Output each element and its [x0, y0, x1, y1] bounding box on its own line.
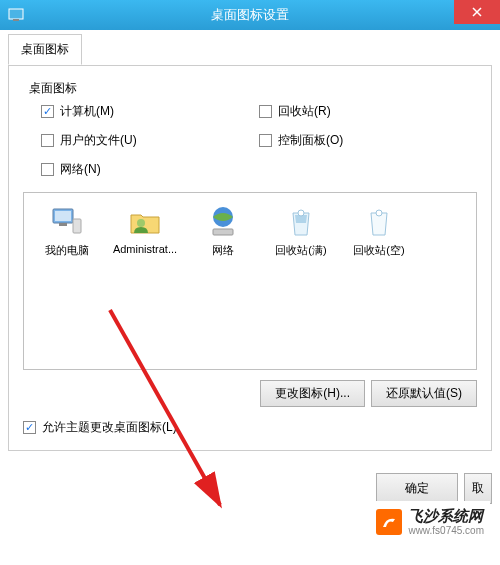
- tab-strip: 桌面图标: [8, 34, 492, 66]
- svg-rect-8: [213, 229, 233, 235]
- icon-item-recycle-empty[interactable]: 回收站(空): [342, 203, 416, 258]
- checkbox-icon: [41, 163, 54, 176]
- watermark-url: www.fs0745.com: [408, 525, 484, 537]
- svg-point-6: [137, 219, 145, 227]
- user-folder-icon: [127, 203, 163, 239]
- tab-desktop-icons[interactable]: 桌面图标: [8, 34, 82, 65]
- checkbox-icon: [23, 421, 36, 434]
- icon-item-recycle-full[interactable]: 回收站(满): [264, 203, 338, 258]
- network-icon: [205, 203, 241, 239]
- icon-item-admin[interactable]: Administrat...: [108, 203, 182, 255]
- icon-caption: 网络: [186, 243, 260, 258]
- checkbox-icon: [259, 105, 272, 118]
- checkbox-recycle[interactable]: 回收站(R): [259, 103, 477, 120]
- svg-rect-0: [9, 9, 23, 19]
- window-title: 桌面图标设置: [211, 6, 289, 24]
- checkbox-label: 回收站(R): [278, 103, 331, 120]
- group-label: 桌面图标: [29, 80, 477, 97]
- watermark-text: 飞沙系统网 www.fs0745.com: [408, 507, 484, 537]
- checkbox-computer[interactable]: 计算机(M): [41, 103, 259, 120]
- icon-list[interactable]: 我的电脑 Administrat... 网络 回收站(满): [23, 192, 477, 370]
- checkbox-label: 允许主题更改桌面图标(L): [42, 419, 177, 436]
- checkbox-controlpanel[interactable]: 控制面板(O): [259, 132, 477, 149]
- watermark: 飞沙系统网 www.fs0745.com: [370, 501, 490, 543]
- svg-point-10: [376, 210, 382, 216]
- svg-rect-3: [55, 211, 71, 221]
- close-button[interactable]: [454, 0, 500, 24]
- watermark-title: 飞沙系统网: [408, 507, 484, 525]
- svg-rect-4: [59, 223, 67, 226]
- checkbox-icon: [259, 134, 272, 147]
- checkbox-label: 控制面板(O): [278, 132, 343, 149]
- watermark-logo-icon: [376, 509, 402, 535]
- icon-item-network[interactable]: 网络: [186, 203, 260, 258]
- allow-themes-checkbox[interactable]: 允许主题更改桌面图标(L): [23, 419, 477, 436]
- checkbox-userfiles[interactable]: 用户的文件(U): [41, 132, 259, 149]
- recycle-empty-icon: [361, 203, 397, 239]
- checkbox-label: 用户的文件(U): [60, 132, 137, 149]
- icon-caption: 我的电脑: [30, 243, 104, 258]
- checkbox-icon: [41, 105, 54, 118]
- cancel-button[interactable]: 取: [464, 473, 492, 504]
- ok-button[interactable]: 确定: [376, 473, 458, 504]
- checkbox-icon: [41, 134, 54, 147]
- icon-buttons-row: 更改图标(H)... 还原默认值(S): [23, 380, 477, 407]
- icon-caption: 回收站(满): [264, 243, 338, 258]
- svg-rect-5: [73, 219, 81, 233]
- checkbox-network[interactable]: 网络(N): [41, 161, 259, 178]
- restore-default-button[interactable]: 还原默认值(S): [371, 380, 477, 407]
- checkbox-label: 计算机(M): [60, 103, 114, 120]
- change-icon-button[interactable]: 更改图标(H)...: [260, 380, 365, 407]
- icon-caption: Administrat...: [108, 243, 182, 255]
- icon-caption: 回收站(空): [342, 243, 416, 258]
- svg-rect-1: [13, 19, 19, 21]
- checkbox-label: 网络(N): [60, 161, 101, 178]
- recycle-full-icon: [283, 203, 319, 239]
- computer-icon: [49, 203, 85, 239]
- app-icon: [8, 7, 24, 23]
- titlebar: 桌面图标设置: [0, 0, 500, 30]
- dialog-content: 桌面图标 桌面图标 计算机(M) 回收站(R) 用户的文件(U) 控制面板(O): [0, 30, 500, 459]
- icon-item-mycomputer[interactable]: 我的电脑: [30, 203, 104, 258]
- tab-page: 桌面图标 计算机(M) 回收站(R) 用户的文件(U) 控制面板(O) 网络(N…: [8, 65, 492, 451]
- checkbox-grid: 计算机(M) 回收站(R) 用户的文件(U) 控制面板(O) 网络(N): [41, 103, 477, 178]
- svg-point-9: [298, 210, 304, 216]
